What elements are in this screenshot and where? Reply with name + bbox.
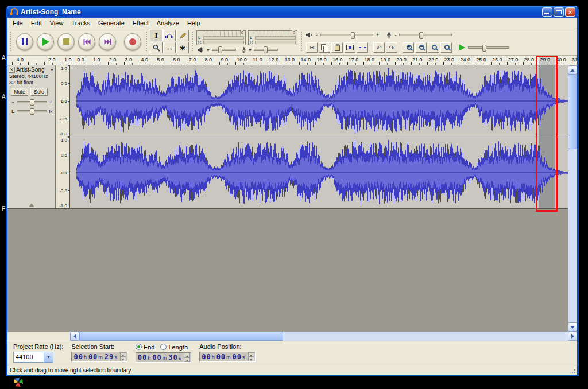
pan-slider[interactable] <box>17 110 47 112</box>
minutes-value[interactable]: 00 <box>152 353 161 361</box>
selection-end-time[interactable]: 00h 00m 30s ▲▼ <box>136 352 191 363</box>
toolbar-grip[interactable] <box>10 31 12 52</box>
desktop-shortcut-icon[interactable] <box>13 376 24 388</box>
timeshift-tool-button[interactable]: ↔ <box>163 42 176 53</box>
length-radio-circle[interactable] <box>160 344 167 350</box>
track-control-panel[interactable]: X Artist-Song ▼ Stereo, 44100Hz 32-bit f… <box>7 65 56 208</box>
menu-generate[interactable]: Generate <box>94 18 129 28</box>
menu-edit[interactable]: Edit <box>27 18 46 28</box>
silence-button[interactable] <box>357 42 368 53</box>
hours-value[interactable]: 00 <box>138 353 147 361</box>
menu-tracks[interactable]: Tracks <box>67 18 94 28</box>
vertical-scrollbar[interactable] <box>568 65 577 332</box>
zoom-tool-button[interactable] <box>150 42 163 53</box>
fit-selection-button[interactable] <box>428 42 439 53</box>
waveform-region[interactable] <box>70 65 568 208</box>
title-bar[interactable]: Artist-Song_Name × <box>7 6 577 18</box>
skip-to-end-button[interactable] <box>99 33 116 50</box>
spin-down-button[interactable]: ▼ <box>184 357 190 362</box>
horizontal-scrollbar[interactable] <box>70 332 577 341</box>
resize-grip[interactable] <box>569 367 577 374</box>
input-device-dropdown-icon[interactable]: ▼ <box>248 48 252 52</box>
playback-speed-slider[interactable] <box>468 46 509 49</box>
empty-project-area[interactable] <box>7 209 568 332</box>
multi-tool-button[interactable]: ∗ <box>176 42 189 53</box>
seconds-value[interactable]: 30 <box>168 353 177 361</box>
trim-button[interactable] <box>344 42 355 53</box>
hours-value[interactable]: 00 <box>202 353 211 361</box>
scroll-left-button[interactable] <box>70 332 79 341</box>
menu-analyze[interactable]: Analyze <box>153 18 183 28</box>
output-device-dropdown-icon[interactable]: ▼ <box>206 48 210 52</box>
zoom-out-button[interactable]: − <box>415 42 427 53</box>
vertical-ruler[interactable]: 1.00.50.0-0.5-1.01.00.50.0-0.5-1.0 <box>56 65 70 208</box>
toolbar-grip[interactable] <box>300 31 303 52</box>
menu-effect[interactable]: Effect <box>129 18 153 28</box>
combo-dropdown-icon[interactable]: ▼ <box>44 352 53 362</box>
output-device-slider-thumb[interactable] <box>218 46 222 53</box>
menu-view[interactable]: View <box>46 18 68 28</box>
seconds-value[interactable]: 29 <box>105 353 114 361</box>
gain-slider-thumb[interactable] <box>30 99 34 106</box>
project-rate-combo[interactable]: 44100 ▼ <box>13 352 53 363</box>
maximize-button[interactable] <box>554 7 564 17</box>
playback-meter[interactable]: 0 L R <box>196 30 246 45</box>
end-radio[interactable]: End <box>136 344 155 351</box>
spin-up-button[interactable]: ▲ <box>248 352 254 357</box>
waveform-channel-right[interactable] <box>70 137 568 208</box>
timeline-ruler[interactable]: - 4.0- 2.0- 1.00.01.02.03.04.05.06.07.08… <box>7 56 577 65</box>
scroll-down-button[interactable] <box>568 322 577 332</box>
fit-project-button[interactable] <box>440 42 452 53</box>
play-at-speed-button[interactable] <box>459 44 465 51</box>
pause-button[interactable] <box>16 33 33 50</box>
spin-up-button[interactable]: ▲ <box>184 353 190 357</box>
track-name[interactable]: Artist-Song <box>16 67 49 73</box>
stop-button[interactable] <box>57 33 75 50</box>
spin-up-button[interactable]: ▲ <box>120 352 126 357</box>
vertical-scroll-track[interactable] <box>568 149 577 322</box>
gain-slider[interactable] <box>17 101 47 103</box>
recording-volume-thumb[interactable] <box>419 32 423 39</box>
playback-speed-thumb[interactable] <box>482 45 486 52</box>
play-button[interactable] <box>37 33 54 50</box>
selection-start-time[interactable]: 00h 00m 29s ▲▼ <box>71 352 127 362</box>
close-button[interactable]: × <box>565 7 575 17</box>
undo-button[interactable]: ↶ <box>373 42 385 53</box>
output-device-slider[interactable] <box>212 49 236 51</box>
draw-tool-button[interactable] <box>176 30 189 41</box>
audio-position-time[interactable]: 00h 00m 00s ▲▼ <box>199 352 255 362</box>
menu-file[interactable]: File <box>9 18 27 28</box>
toolbar-grip[interactable] <box>191 31 194 52</box>
minimize-button[interactable] <box>542 7 552 17</box>
playback-volume-slider[interactable] <box>320 34 373 36</box>
skip-to-start-button[interactable] <box>78 33 95 50</box>
selection-tool-button[interactable]: I <box>150 30 163 41</box>
hours-value[interactable]: 00 <box>74 353 83 361</box>
pan-slider-thumb[interactable] <box>30 108 34 115</box>
track-menu-arrow-icon[interactable]: ▼ <box>50 68 54 72</box>
horizontal-scroll-thumb[interactable] <box>79 332 283 341</box>
spin-down-button[interactable]: ▼ <box>120 357 126 361</box>
recording-volume-slider[interactable] <box>399 34 452 36</box>
paste-button[interactable] <box>331 42 343 53</box>
input-device-slider[interactable] <box>254 49 278 51</box>
horizontal-scroll-track[interactable] <box>283 332 568 341</box>
track-collapse-button[interactable] <box>7 202 55 208</box>
length-radio[interactable]: Length <box>160 344 188 351</box>
menu-help[interactable]: Help <box>183 18 204 28</box>
minutes-value[interactable]: 00 <box>216 353 226 361</box>
input-device-slider-thumb[interactable] <box>264 46 268 53</box>
toolbar-grip[interactable] <box>145 31 148 52</box>
cut-button[interactable]: ✂ <box>306 42 318 53</box>
vertical-scroll-thumb[interactable] <box>568 75 577 149</box>
playback-volume-thumb[interactable] <box>351 32 355 39</box>
scroll-up-button[interactable] <box>568 65 577 75</box>
seconds-value[interactable]: 00 <box>233 353 242 361</box>
end-radio-circle[interactable] <box>136 344 142 350</box>
scroll-right-button[interactable] <box>568 332 577 341</box>
waveform-channel-left[interactable] <box>70 65 568 137</box>
envelope-tool-button[interactable] <box>163 30 176 41</box>
recording-meter[interactable]: 0 L R <box>248 30 297 45</box>
mute-button[interactable]: Mute <box>11 88 28 96</box>
copy-button[interactable] <box>319 42 330 53</box>
